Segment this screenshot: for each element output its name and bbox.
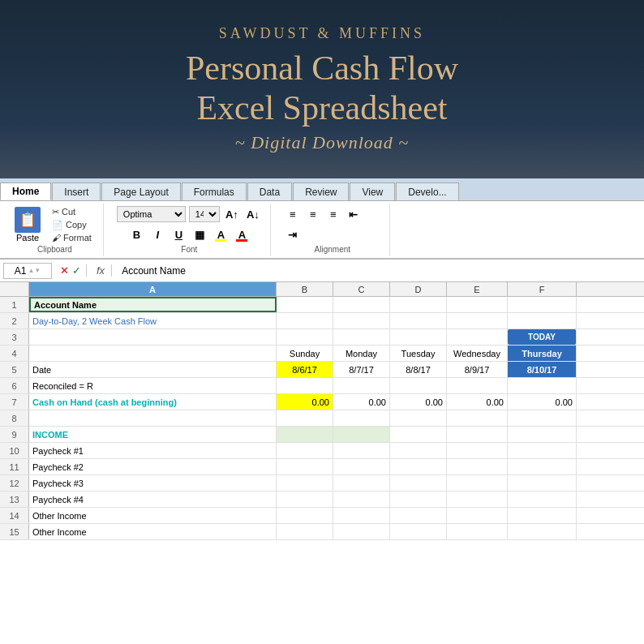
- cell-e14[interactable]: [447, 508, 508, 523]
- cell-a9[interactable]: INCOME: [29, 427, 277, 442]
- cell-c5[interactable]: 8/7/17: [333, 362, 390, 377]
- cell-c14[interactable]: [333, 508, 390, 523]
- cell-f10[interactable]: [508, 443, 577, 458]
- cell-e5[interactable]: 8/9/17: [447, 362, 508, 377]
- cell-d10[interactable]: [390, 443, 447, 458]
- cell-d6[interactable]: [390, 378, 447, 393]
- cell-a15[interactable]: Other Income: [29, 524, 277, 539]
- cell-c9[interactable]: [333, 427, 390, 442]
- fill-color-button[interactable]: A: [212, 225, 230, 243]
- cell-a5[interactable]: Date: [29, 362, 277, 377]
- align-left-button[interactable]: ≡: [284, 205, 302, 223]
- tab-data[interactable]: Data: [247, 182, 292, 200]
- cell-f2[interactable]: [508, 313, 577, 328]
- indent-increase-button[interactable]: ⇥: [284, 225, 302, 243]
- cell-c2[interactable]: [333, 313, 390, 328]
- cell-e12[interactable]: [447, 475, 508, 491]
- cell-b15[interactable]: [277, 524, 333, 539]
- cell-d5[interactable]: 8/8/17: [390, 362, 447, 377]
- cell-b3[interactable]: [277, 329, 333, 345]
- cell-d1[interactable]: [390, 297, 447, 312]
- col-header-f[interactable]: F: [508, 282, 577, 296]
- tab-develop[interactable]: Develo...: [396, 182, 458, 200]
- cell-a11[interactable]: Paycheck #2: [29, 459, 277, 474]
- tab-home[interactable]: Home: [0, 182, 51, 200]
- cell-d4[interactable]: Tuesday: [390, 346, 447, 361]
- col-header-e[interactable]: E: [447, 282, 508, 296]
- tab-view[interactable]: View: [350, 182, 395, 200]
- cell-f8[interactable]: [508, 410, 577, 426]
- cancel-formula-button[interactable]: ✕: [60, 264, 69, 277]
- cell-a2[interactable]: Day-to-Day, 2 Week Cash Flow: [29, 313, 277, 328]
- cell-c10[interactable]: [333, 443, 390, 458]
- cell-e3[interactable]: [447, 329, 508, 345]
- cell-d14[interactable]: [390, 508, 447, 523]
- cell-d2[interactable]: [390, 313, 447, 328]
- cell-d15[interactable]: [390, 524, 447, 539]
- tab-insert[interactable]: Insert: [52, 182, 101, 200]
- cell-f5[interactable]: 8/10/17: [508, 362, 577, 377]
- cell-c15[interactable]: [333, 524, 390, 539]
- cell-b11[interactable]: [277, 459, 333, 474]
- font-size-select[interactable]: 14: [189, 206, 220, 222]
- cell-e15[interactable]: [447, 524, 508, 539]
- tab-review[interactable]: Review: [293, 182, 349, 200]
- cell-a8[interactable]: [29, 410, 277, 426]
- cell-f12[interactable]: [508, 475, 577, 491]
- cell-d11[interactable]: [390, 459, 447, 474]
- cell-c1[interactable]: [333, 297, 390, 312]
- bold-button[interactable]: B: [127, 225, 145, 243]
- cell-d8[interactable]: [390, 410, 447, 426]
- indent-decrease-button[interactable]: ⇤: [345, 205, 363, 223]
- cell-e1[interactable]: [447, 297, 508, 312]
- cell-b10[interactable]: [277, 443, 333, 458]
- cell-f13[interactable]: [508, 492, 577, 507]
- cell-f7[interactable]: 0.00: [508, 394, 577, 410]
- cell-e13[interactable]: [447, 492, 508, 507]
- tab-page-layout[interactable]: Page Layout: [101, 182, 180, 200]
- cell-e11[interactable]: [447, 459, 508, 474]
- paste-button[interactable]: 📋 Paste: [15, 207, 41, 243]
- cell-b14[interactable]: [277, 508, 333, 523]
- cell-c11[interactable]: [333, 459, 390, 474]
- cell-f1[interactable]: [508, 297, 577, 312]
- cell-a6[interactable]: Reconciled = R: [29, 378, 277, 393]
- align-center-button[interactable]: ≡: [304, 205, 322, 223]
- cell-f11[interactable]: [508, 459, 577, 474]
- tab-formulas[interactable]: Formulas: [182, 182, 247, 200]
- format-button[interactable]: 🖌 Format: [49, 232, 95, 243]
- cell-c13[interactable]: [333, 492, 390, 507]
- formula-content[interactable]: Account Name: [115, 265, 641, 277]
- cell-e6[interactable]: [447, 378, 508, 393]
- cell-c3[interactable]: [333, 329, 390, 345]
- cell-e8[interactable]: [447, 410, 508, 426]
- cell-f4-thursday[interactable]: Thursday: [508, 346, 577, 361]
- cell-c7[interactable]: 0.00: [333, 394, 390, 410]
- cell-b7[interactable]: 0.00: [277, 394, 333, 410]
- cell-b5[interactable]: 8/6/17: [277, 362, 333, 377]
- border-button[interactable]: ▦: [191, 225, 208, 243]
- cell-c6[interactable]: [333, 378, 390, 393]
- copy-button[interactable]: 📄 Copy: [49, 219, 95, 231]
- confirm-formula-button[interactable]: ✓: [72, 264, 81, 277]
- cell-a3[interactable]: [29, 329, 277, 345]
- italic-button[interactable]: I: [148, 225, 166, 243]
- cell-d12[interactable]: [390, 475, 447, 491]
- cell-c12[interactable]: [333, 475, 390, 491]
- cell-c4[interactable]: Monday: [333, 346, 390, 361]
- decrease-font-button[interactable]: A↓: [244, 205, 262, 223]
- cell-b9[interactable]: [277, 427, 333, 442]
- cell-e7[interactable]: 0.00: [447, 394, 508, 410]
- cell-e10[interactable]: [447, 443, 508, 458]
- cell-f15[interactable]: [508, 524, 577, 539]
- cell-b6[interactable]: [277, 378, 333, 393]
- cell-a12[interactable]: Paycheck #3: [29, 475, 277, 491]
- cell-b8[interactable]: [277, 410, 333, 426]
- cell-d7[interactable]: 0.00: [390, 394, 447, 410]
- cell-e2[interactable]: [447, 313, 508, 328]
- col-header-c[interactable]: C: [333, 282, 390, 296]
- cell-f9[interactable]: [508, 427, 577, 442]
- increase-font-button[interactable]: A↑: [223, 205, 241, 223]
- cell-b12[interactable]: [277, 475, 333, 491]
- cell-b2[interactable]: [277, 313, 333, 328]
